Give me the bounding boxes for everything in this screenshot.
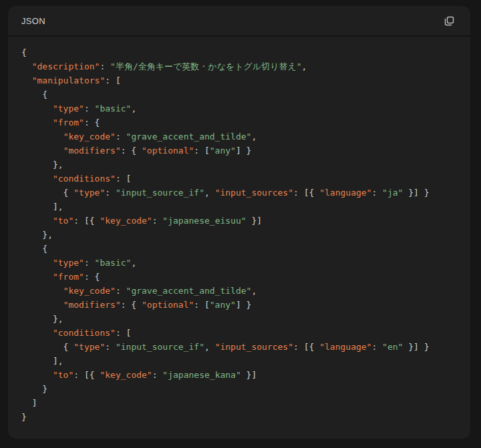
code-segment-punctuation: : [152,370,163,380]
code-segment-string: "半角/全角キーで英数・かなをトグル切り替え" [110,61,302,71]
code-segment-punctuation: { [21,244,47,254]
code-segment-punctuation: : [ [116,174,131,184]
code-line: "key_code": "grave_accent_and_tilde", [21,130,457,144]
code-line: ] [21,396,457,410]
code-segment-string: "japanese_kana" [162,370,240,380]
code-segment-punctuation [21,328,53,338]
code-segment-punctuation [21,174,53,184]
code-segment-string: "ja" [382,188,403,198]
code-segment-string: "input_source_if" [116,188,204,198]
copy-button[interactable] [441,13,457,29]
code-segment-key: "input_sources" [215,342,293,352]
code-segment-key: "key_code" [100,370,152,380]
code-segment-punctuation: : { [121,146,142,156]
code-segment-punctuation: : [105,342,116,352]
code-segment-punctuation: : { [84,118,100,128]
code-line: ], [21,200,457,214]
code-segment-punctuation: ], [21,202,63,212]
code-line: "to": [{ "key_code": "japanese_eisuu" }] [21,214,457,228]
code-body: { "description": "半角/全角キーで英数・かなをトグル切り替え"… [8,37,470,439]
code-line: { [21,87,457,101]
code-segment-punctuation: : [{ [73,370,100,380]
code-line: { [21,45,457,59]
code-segment-punctuation: { [21,342,73,352]
code-segment-key: "modifiers" [63,146,121,156]
code-segment-punctuation [21,146,63,156]
code-segment-string: "grave_accent_and_tilde" [126,286,252,296]
code-segment-punctuation: { [21,47,27,57]
code-segment-punctuation: : { [121,300,142,310]
code-segment-punctuation: }, [21,230,53,240]
code-segment-key: "to" [53,370,73,380]
code-segment-key: "key_code" [100,216,152,226]
code-segment-punctuation: : [ [105,75,120,85]
code-segment-punctuation: , [251,286,257,296]
code-segment-punctuation: : [84,103,95,114]
code-segment-punctuation: : [ [194,146,209,156]
code-segment-punctuation [21,300,63,310]
code-segment-punctuation: }] [241,370,257,380]
code-line: { [21,242,457,256]
code-segment-key: "manipulators" [32,75,106,85]
code-segment-key: "input_sources" [215,188,293,198]
code-line: } [21,382,457,396]
code-segment-punctuation: : [{ [73,216,100,226]
code-segment-punctuation [21,75,32,85]
code-segment-punctuation: : [116,132,126,142]
code-segment-key: "language" [319,342,371,352]
code-line: ], [21,354,457,368]
code-line: "description": "半角/全角キーで英数・かなをトグル切り替え", [21,59,457,73]
code-line: "manipulators": [ [21,73,457,87]
code-segment-key: "conditions" [53,174,116,184]
code-line: "modifiers": { "optional": ["any"] } [21,144,457,158]
code-segment-key: "from" [53,272,84,282]
code-line: { "type": "input_source_if", "input_sour… [21,340,457,354]
code-segment-string: "en" [382,342,403,352]
code-segment-punctuation [21,132,63,142]
code-segment-punctuation [21,118,53,128]
code-segment-punctuation: : { [84,272,100,282]
code-segment-string: "any" [210,146,236,156]
code-segment-punctuation: , [204,342,215,352]
code-line: "type": "basic", [21,256,457,270]
code-segment-punctuation: , [204,188,215,198]
code-line: } [21,410,457,424]
code-line: "from": { [21,116,457,130]
code-segment-key: "description" [32,61,100,71]
code-segment-string: "input_source_if" [116,342,204,352]
code-line: { "type": "input_source_if", "input_sour… [21,186,457,200]
code-segment-punctuation: : [84,258,95,268]
code-segment-punctuation [21,286,63,296]
code-segment-punctuation: { [21,188,73,198]
code-segment-punctuation: : [152,216,163,226]
code-segment-punctuation: , [131,258,136,268]
code-segment-punctuation [21,103,53,114]
code-segment-punctuation: , [131,103,136,114]
code-segment-string: "grave_accent_and_tilde" [126,132,252,142]
code-segment-key: "from" [53,118,84,128]
code-segment-punctuation: : [ [116,328,131,338]
code-segment-punctuation: }] [247,216,262,226]
code-segment-string: "basic" [95,258,132,268]
code-segment-key: "key_code" [63,132,116,142]
code-segment-punctuation: } [21,384,47,394]
code-segment-punctuation: : [100,61,110,71]
code-segment-punctuation: : [116,286,126,296]
code-segment-punctuation [21,61,32,71]
code-segment-string: "basic" [95,103,132,114]
code-line: }, [21,158,457,172]
code-segment-punctuation: } [21,412,27,422]
code-segment-punctuation: }] } [403,342,429,352]
code-segment-punctuation: ] [21,398,37,408]
code-line: }, [21,228,457,242]
code-segment-key: "modifiers" [63,300,121,310]
code-segment-key: "key_code" [63,286,116,296]
code-line: "type": "basic", [21,101,457,116]
code-card: JSON { "description": "半角/全角キーで英数・かなをトグル… [8,6,470,439]
code-language-label: JSON [21,16,45,26]
code-segment-punctuation: : [ [194,300,209,310]
code-segment-key: "type" [73,342,105,352]
code-segment-key: "optional" [142,300,194,310]
code-segment-punctuation [21,370,53,380]
code-line: }, [21,312,457,326]
